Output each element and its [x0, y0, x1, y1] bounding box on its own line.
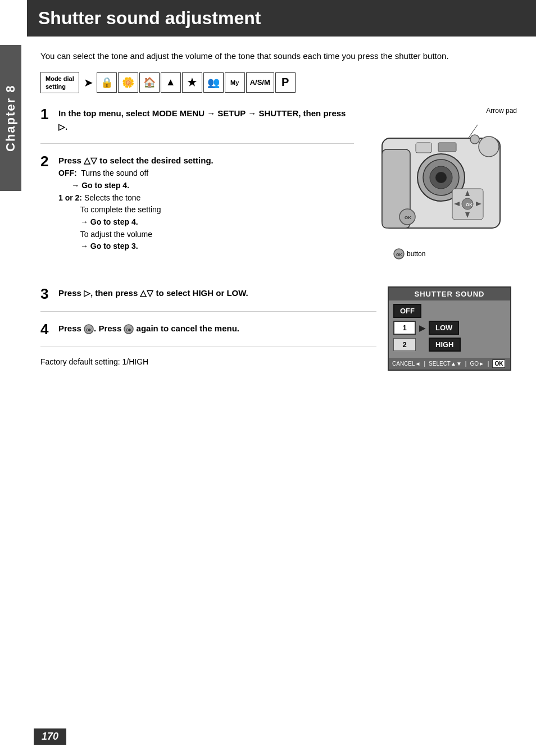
mode-icon-scene1: 🌼 — [118, 72, 138, 93]
footer-select: SELECT▲▼ — [429, 361, 462, 367]
step-2-content: Press △▽ to select the desired setting. … — [58, 154, 214, 253]
menu-row-off: OFF — [393, 304, 506, 318]
footer-sep2: | — [465, 361, 467, 367]
footer-sep3: | — [488, 361, 489, 367]
svg-point-6 — [435, 172, 447, 183]
mode-dial-label2: setting — [46, 83, 66, 90]
intro-text: You can select the tone and adjust the v… — [40, 50, 523, 63]
factory-default-value: 1/HIGH — [122, 357, 149, 366]
shutter-menu: SHUTTER SOUND OFF 1 ▶ LOW 2 ▶ — [388, 286, 511, 371]
menu-row-2: 2 ▶ HIGH — [393, 338, 506, 352]
steps-col: 1 In the top menu, select MODE MENU → SE… — [40, 107, 354, 275]
svg-text:OK: OK — [466, 202, 473, 207]
step-2-12-label: 1 or 2: — [58, 193, 82, 202]
shutter-menu-footer: CANCEL◄ | SELECT▲▼ | GO► | OK — [389, 358, 510, 370]
step-2-title: Press △▽ to select the desired setting. — [58, 156, 214, 165]
svg-rect-8 — [438, 143, 456, 152]
step-2: 2 Press △▽ to select the desired setting… — [40, 154, 354, 263]
step-1-content: In the top menu, select MODE MENU → SETU… — [58, 107, 354, 133]
page-number: 170 — [34, 728, 66, 745]
camera-svg: OK OK — [365, 116, 511, 273]
chapter-tab: Chapter 8 — [0, 45, 21, 191]
page-title: Shutter sound adjustment — [27, 0, 536, 37]
step-3-title: Press ▷, then press △▽ to select HIGH or… — [58, 288, 248, 298]
step-3: 3 Press ▷, then press △▽ to select HIGH … — [40, 286, 376, 312]
svg-text:OK: OK — [405, 215, 411, 220]
svg-point-10 — [470, 135, 479, 144]
menu-item-high: HIGH — [429, 338, 461, 352]
step-4-number: 4 — [40, 322, 53, 336]
menu-item-1: 1 — [393, 321, 416, 335]
camera-diagram: Arrow pad — [365, 107, 523, 275]
chapter-label: Chapter 8 — [3, 84, 18, 151]
mode-dial-box: Mode dial setting — [40, 72, 79, 94]
factory-default-label: Factory default setting: — [40, 357, 120, 366]
mode-dial-arrow: ➤ — [84, 76, 93, 89]
svg-point-9 — [479, 136, 499, 157]
menu-item-2: 2 — [393, 338, 416, 351]
mode-dial-row: Mode dial setting ➤ 🔒 🌼 🏠 ▲ ✭ 👥 My A/S/M… — [40, 72, 523, 94]
svg-text:OK: OK — [86, 328, 92, 332]
step-2-goto4a: → Go to step 4. — [71, 181, 129, 190]
footer-cancel: CANCEL◄ — [392, 361, 420, 367]
step-1-title: In the top menu, select MODE MENU → SETU… — [58, 108, 346, 131]
shutter-menu-body: OFF 1 ▶ LOW 2 ▶ HIGH — [389, 300, 510, 358]
mode-icon-auto: 🔒 — [97, 72, 117, 93]
svg-text:OK: OK — [396, 253, 402, 257]
step-3-content: Press ▷, then press △▽ to select HIGH or… — [58, 286, 248, 301]
shutter-menu-title: SHUTTER SOUND — [389, 288, 510, 300]
bottom-steps-col: 3 Press ▷, then press △▽ to select HIGH … — [40, 286, 376, 383]
step-4-content: Press OK. Press OK again to cancel the m… — [58, 322, 239, 336]
step-2-number: 2 — [40, 154, 53, 253]
svg-text:OK: OK — [126, 328, 132, 332]
menu-row-1: 1 ▶ LOW — [393, 321, 506, 335]
step-1: 1 In the top menu, select MODE MENU → SE… — [40, 107, 354, 144]
mode-icon-scene3: ▲ — [161, 72, 181, 93]
step-1-number: 1 — [40, 107, 53, 133]
svg-rect-7 — [416, 143, 431, 153]
top-section: 1 In the top menu, select MODE MENU → SE… — [40, 107, 523, 275]
step-3-number: 3 — [40, 286, 53, 301]
menu-screenshot-col: SHUTTER SOUND OFF 1 ▶ LOW 2 ▶ — [388, 286, 523, 383]
menu-arrow-1: ▶ — [419, 324, 425, 333]
factory-default: Factory default setting: 1/HIGH — [40, 357, 376, 366]
arrow-pad-label: Arrow pad — [486, 107, 517, 115]
footer-ok: OK — [492, 359, 505, 368]
footer-sep1: | — [424, 361, 425, 367]
mode-dial-label1: Mode dial — [46, 75, 74, 82]
step-2-goto3: → Go to step 3. — [80, 242, 138, 251]
mode-icons: 🔒 🌼 🏠 ▲ ✭ 👥 My A/S/M P — [97, 72, 296, 93]
mode-icon-my: My — [225, 72, 245, 93]
step-2-off-label: OFF: — [58, 168, 77, 177]
menu-item-off: OFF — [393, 304, 421, 318]
ok-button-label: OK button — [393, 248, 425, 259]
step-4-title: Press OK. Press OK again to cancel the m… — [58, 324, 239, 333]
step-4: 4 Press OK. Press OK again to cancel the… — [40, 322, 376, 347]
footer-go: GO► — [470, 361, 484, 367]
mode-icon-scene2: 🏠 — [139, 72, 160, 93]
mode-icon-p: P — [275, 72, 296, 93]
camera-diagram-col: Arrow pad — [365, 107, 523, 275]
mode-icon-scene5: 👥 — [203, 72, 224, 93]
menu-item-low: LOW — [429, 321, 459, 335]
mode-icon-scene4: ✭ — [182, 72, 202, 93]
step-2-goto4b: → Go to step 4. — [80, 217, 138, 226]
mode-icon-asm: A/S/M — [246, 72, 274, 93]
bottom-section: 3 Press ▷, then press △▽ to select HIGH … — [40, 286, 523, 383]
